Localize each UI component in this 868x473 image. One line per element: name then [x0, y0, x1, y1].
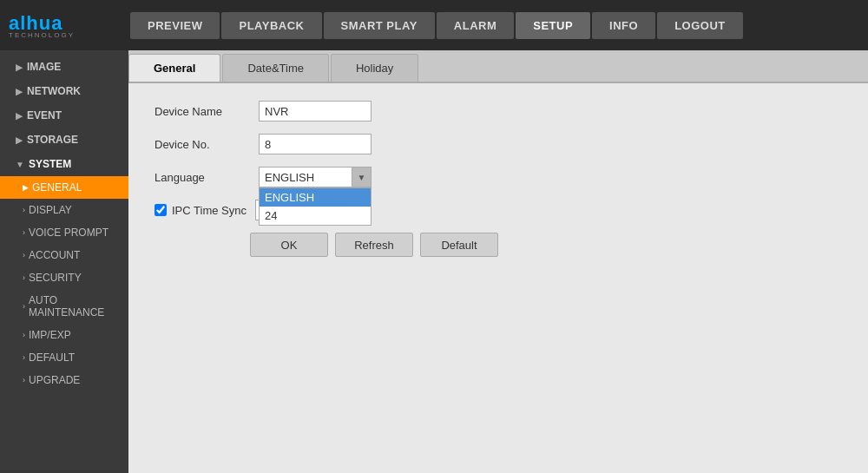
sidebar-section-storage[interactable]: ▶ STORAGE — [0, 128, 128, 152]
chevron-icon: › — [23, 251, 25, 259]
sidebar-item-account[interactable]: › ACCOUNT — [0, 244, 128, 266]
sidebar-item-general-label: GENERAL — [32, 181, 82, 194]
chevron-icon: › — [23, 302, 25, 311]
logo-sub: TECHNOLOGY — [9, 31, 75, 39]
nav-playback[interactable]: PLAYBACK — [221, 12, 321, 39]
sidebar-item-account-label: ACCOUNT — [29, 249, 80, 261]
language-label: Language — [155, 171, 250, 184]
header: alhua TECHNOLOGY PREVIEW PLAYBACK SMART … — [0, 0, 868, 50]
sidebar-item-imp-exp[interactable]: › IMP/EXP — [0, 324, 128, 346]
sidebar-section-network-label: NETWORK — [27, 85, 81, 97]
sidebar-section-system-label: SYSTEM — [29, 158, 71, 170]
sidebar-item-default-label: DEFAULT — [29, 351, 75, 364]
logo-text: alhua — [9, 12, 62, 34]
sidebar-item-upgrade[interactable]: › UPGRADE — [0, 369, 128, 391]
button-row: OK Refresh Default — [250, 233, 842, 257]
nav-setup[interactable]: SETUP — [516, 12, 590, 39]
language-dropdown-container: ENGLISH ▼ ENGLISH 24 — [259, 167, 372, 187]
chevron-icon: ▶ — [23, 183, 29, 192]
main-nav: PREVIEW PLAYBACK SMART PLAY ALARM SETUP … — [130, 12, 743, 39]
device-name-label: Device Name — [155, 105, 250, 118]
arrow-icon: ▶ — [16, 111, 23, 121]
sidebar-section-image[interactable]: ▶ IMAGE — [0, 55, 128, 79]
form-panel: Device Name Device No. Language ENGLISH … — [128, 83, 868, 473]
nav-preview[interactable]: PREVIEW — [130, 12, 220, 39]
arrow-icon: ▶ — [16, 62, 23, 72]
tab-holiday[interactable]: Holiday — [331, 54, 418, 82]
sidebar-section-event-label: EVENT — [27, 109, 62, 122]
nav-info[interactable]: INFO — [592, 12, 655, 39]
sidebar-item-general[interactable]: ▶ GENERAL — [0, 176, 128, 199]
sidebar-item-auto-maintenance[interactable]: › AUTO MAINTENANCE — [0, 289, 128, 324]
nav-smart-play[interactable]: SMART PLAY — [324, 12, 435, 39]
sidebar-section-network[interactable]: ▶ NETWORK — [0, 79, 128, 103]
sidebar-section-system[interactable]: ▼ SYSTEM — [0, 152, 128, 176]
language-select-display[interactable]: ENGLISH — [259, 167, 352, 187]
language-option-english[interactable]: ENGLISH — [260, 188, 371, 207]
sidebar-item-auto-maintenance-label: AUTO MAINTENANCE — [29, 294, 120, 319]
sidebar-item-display[interactable]: › DISPLAY — [0, 199, 128, 221]
arrow-icon: ▶ — [16, 135, 23, 145]
sidebar-item-security[interactable]: › SECURITY — [0, 266, 128, 289]
chevron-icon: › — [23, 376, 25, 384]
chevron-icon: › — [23, 273, 25, 282]
chevron-icon: › — [23, 353, 25, 362]
device-name-input[interactable] — [259, 101, 372, 122]
chevron-icon: › — [23, 331, 25, 339]
default-button[interactable]: Default — [420, 233, 498, 257]
sidebar-item-voice-prompt[interactable]: › VOICE PROMPT — [0, 221, 128, 244]
nav-logout[interactable]: LOGOUT — [657, 12, 743, 39]
refresh-button[interactable]: Refresh — [335, 233, 413, 257]
sidebar-item-security-label: SECURITY — [29, 272, 82, 284]
sidebar-section-storage-label: STORAGE — [27, 134, 78, 146]
sidebar-item-voice-prompt-label: VOICE PROMPT — [29, 227, 108, 239]
device-no-input[interactable] — [259, 134, 372, 154]
language-row: Language ENGLISH ▼ ENGLISH 24 — [155, 167, 842, 187]
sub-tabs: General Date&Time Holiday — [128, 50, 868, 83]
arrow-icon: ▶ — [16, 87, 23, 96]
chevron-icon: › — [23, 228, 25, 237]
ipc-time-sync-checkbox[interactable] — [155, 204, 167, 216]
content-area: General Date&Time Holiday Device Name De… — [128, 50, 868, 473]
main-layout: ▶ IMAGE ▶ NETWORK ▶ EVENT ▶ STORAGE ▼ SY… — [0, 50, 868, 473]
sidebar-section-event[interactable]: ▶ EVENT — [0, 103, 128, 128]
ipc-time-sync-label: IPC Time Sync — [172, 204, 247, 217]
sidebar-item-display-label: DISPLAY — [29, 204, 72, 216]
language-dropdown-arrow-icon[interactable]: ▼ — [352, 167, 372, 187]
ok-button[interactable]: OK — [250, 233, 328, 257]
sidebar-item-imp-exp-label: IMP/EXP — [29, 329, 71, 341]
nav-alarm[interactable]: ALARM — [437, 12, 514, 39]
tab-datetime[interactable]: Date&Time — [222, 54, 329, 82]
sidebar-section-image-label: IMAGE — [27, 61, 61, 73]
sidebar-item-upgrade-label: UPGRADE — [29, 374, 80, 386]
chevron-icon: › — [23, 206, 25, 214]
device-name-row: Device Name — [155, 101, 842, 122]
logo-area: alhua TECHNOLOGY — [9, 12, 122, 39]
tab-general[interactable]: General — [128, 54, 220, 82]
arrow-icon: ▼ — [16, 160, 24, 169]
sidebar: ▶ IMAGE ▶ NETWORK ▶ EVENT ▶ STORAGE ▼ SY… — [0, 50, 128, 473]
device-no-row: Device No. — [155, 134, 842, 154]
sidebar-item-default[interactable]: › DEFAULT — [0, 346, 128, 369]
language-option-24[interactable]: 24 — [260, 207, 371, 225]
device-no-label: Device No. — [155, 138, 250, 151]
ipc-time-sync-row: IPC Time Sync Hour — [155, 200, 842, 220]
language-dropdown-options: ENGLISH 24 — [259, 187, 372, 226]
